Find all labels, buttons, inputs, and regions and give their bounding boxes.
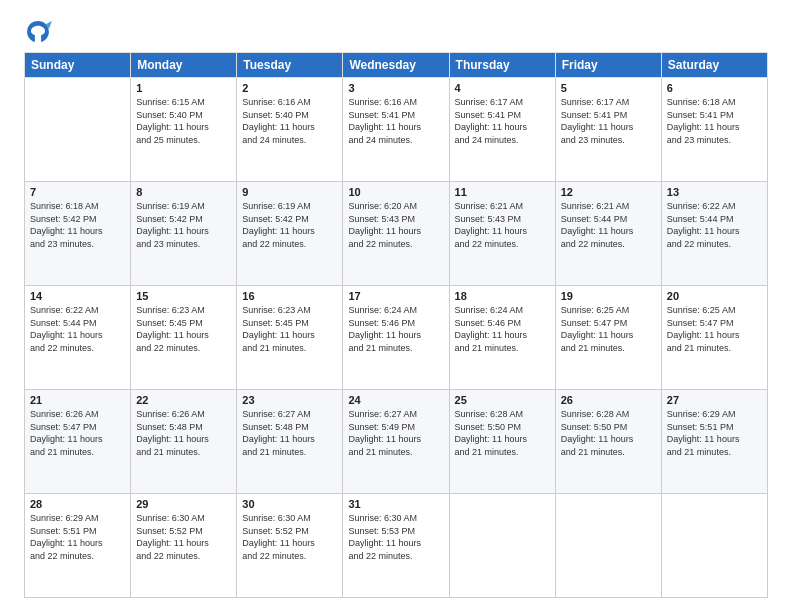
day-cell: 11Sunrise: 6:21 AM Sunset: 5:43 PM Dayli… — [449, 182, 555, 286]
day-cell: 28Sunrise: 6:29 AM Sunset: 5:51 PM Dayli… — [25, 494, 131, 598]
day-number: 6 — [667, 82, 762, 94]
day-info: Sunrise: 6:29 AM Sunset: 5:51 PM Dayligh… — [667, 408, 762, 458]
week-row-2: 7Sunrise: 6:18 AM Sunset: 5:42 PM Daylig… — [25, 182, 768, 286]
day-number: 18 — [455, 290, 550, 302]
day-info: Sunrise: 6:19 AM Sunset: 5:42 PM Dayligh… — [136, 200, 231, 250]
day-info: Sunrise: 6:24 AM Sunset: 5:46 PM Dayligh… — [348, 304, 443, 354]
day-info: Sunrise: 6:30 AM Sunset: 5:53 PM Dayligh… — [348, 512, 443, 562]
day-number: 5 — [561, 82, 656, 94]
day-info: Sunrise: 6:18 AM Sunset: 5:42 PM Dayligh… — [30, 200, 125, 250]
day-info: Sunrise: 6:28 AM Sunset: 5:50 PM Dayligh… — [561, 408, 656, 458]
day-number: 12 — [561, 186, 656, 198]
day-info: Sunrise: 6:26 AM Sunset: 5:48 PM Dayligh… — [136, 408, 231, 458]
day-info: Sunrise: 6:29 AM Sunset: 5:51 PM Dayligh… — [30, 512, 125, 562]
day-cell: 23Sunrise: 6:27 AM Sunset: 5:48 PM Dayli… — [237, 390, 343, 494]
day-number: 20 — [667, 290, 762, 302]
day-cell: 30Sunrise: 6:30 AM Sunset: 5:52 PM Dayli… — [237, 494, 343, 598]
weekday-header-thursday: Thursday — [449, 53, 555, 78]
calendar-table: SundayMondayTuesdayWednesdayThursdayFrid… — [24, 52, 768, 598]
day-cell — [555, 494, 661, 598]
day-cell: 20Sunrise: 6:25 AM Sunset: 5:47 PM Dayli… — [661, 286, 767, 390]
day-number: 1 — [136, 82, 231, 94]
day-info: Sunrise: 6:15 AM Sunset: 5:40 PM Dayligh… — [136, 96, 231, 146]
day-info: Sunrise: 6:23 AM Sunset: 5:45 PM Dayligh… — [136, 304, 231, 354]
week-row-1: 1Sunrise: 6:15 AM Sunset: 5:40 PM Daylig… — [25, 78, 768, 182]
day-number: 21 — [30, 394, 125, 406]
calendar-header: SundayMondayTuesdayWednesdayThursdayFrid… — [25, 53, 768, 78]
day-cell: 16Sunrise: 6:23 AM Sunset: 5:45 PM Dayli… — [237, 286, 343, 390]
day-info: Sunrise: 6:20 AM Sunset: 5:43 PM Dayligh… — [348, 200, 443, 250]
day-number: 25 — [455, 394, 550, 406]
weekday-header-tuesday: Tuesday — [237, 53, 343, 78]
day-info: Sunrise: 6:16 AM Sunset: 5:40 PM Dayligh… — [242, 96, 337, 146]
weekday-header-friday: Friday — [555, 53, 661, 78]
day-number: 9 — [242, 186, 337, 198]
weekday-header-saturday: Saturday — [661, 53, 767, 78]
day-cell: 10Sunrise: 6:20 AM Sunset: 5:43 PM Dayli… — [343, 182, 449, 286]
week-row-3: 14Sunrise: 6:22 AM Sunset: 5:44 PM Dayli… — [25, 286, 768, 390]
day-cell: 24Sunrise: 6:27 AM Sunset: 5:49 PM Dayli… — [343, 390, 449, 494]
logo-icon — [24, 18, 52, 46]
day-cell — [25, 78, 131, 182]
day-cell: 8Sunrise: 6:19 AM Sunset: 5:42 PM Daylig… — [131, 182, 237, 286]
day-number: 7 — [30, 186, 125, 198]
day-cell: 26Sunrise: 6:28 AM Sunset: 5:50 PM Dayli… — [555, 390, 661, 494]
header — [24, 18, 768, 46]
day-info: Sunrise: 6:24 AM Sunset: 5:46 PM Dayligh… — [455, 304, 550, 354]
day-number: 14 — [30, 290, 125, 302]
day-info: Sunrise: 6:30 AM Sunset: 5:52 PM Dayligh… — [136, 512, 231, 562]
day-number: 23 — [242, 394, 337, 406]
day-info: Sunrise: 6:21 AM Sunset: 5:43 PM Dayligh… — [455, 200, 550, 250]
day-number: 16 — [242, 290, 337, 302]
day-cell: 7Sunrise: 6:18 AM Sunset: 5:42 PM Daylig… — [25, 182, 131, 286]
day-cell: 2Sunrise: 6:16 AM Sunset: 5:40 PM Daylig… — [237, 78, 343, 182]
day-cell: 19Sunrise: 6:25 AM Sunset: 5:47 PM Dayli… — [555, 286, 661, 390]
day-info: Sunrise: 6:17 AM Sunset: 5:41 PM Dayligh… — [561, 96, 656, 146]
day-info: Sunrise: 6:22 AM Sunset: 5:44 PM Dayligh… — [30, 304, 125, 354]
day-cell: 9Sunrise: 6:19 AM Sunset: 5:42 PM Daylig… — [237, 182, 343, 286]
day-number: 28 — [30, 498, 125, 510]
day-number: 24 — [348, 394, 443, 406]
day-number: 27 — [667, 394, 762, 406]
day-number: 22 — [136, 394, 231, 406]
day-number: 15 — [136, 290, 231, 302]
day-cell: 18Sunrise: 6:24 AM Sunset: 5:46 PM Dayli… — [449, 286, 555, 390]
day-cell: 22Sunrise: 6:26 AM Sunset: 5:48 PM Dayli… — [131, 390, 237, 494]
day-info: Sunrise: 6:27 AM Sunset: 5:49 PM Dayligh… — [348, 408, 443, 458]
day-info: Sunrise: 6:30 AM Sunset: 5:52 PM Dayligh… — [242, 512, 337, 562]
day-number: 11 — [455, 186, 550, 198]
week-row-4: 21Sunrise: 6:26 AM Sunset: 5:47 PM Dayli… — [25, 390, 768, 494]
day-cell: 15Sunrise: 6:23 AM Sunset: 5:45 PM Dayli… — [131, 286, 237, 390]
day-info: Sunrise: 6:28 AM Sunset: 5:50 PM Dayligh… — [455, 408, 550, 458]
day-number: 30 — [242, 498, 337, 510]
day-info: Sunrise: 6:17 AM Sunset: 5:41 PM Dayligh… — [455, 96, 550, 146]
day-cell: 14Sunrise: 6:22 AM Sunset: 5:44 PM Dayli… — [25, 286, 131, 390]
day-number: 31 — [348, 498, 443, 510]
day-info: Sunrise: 6:18 AM Sunset: 5:41 PM Dayligh… — [667, 96, 762, 146]
day-info: Sunrise: 6:16 AM Sunset: 5:41 PM Dayligh… — [348, 96, 443, 146]
day-cell: 21Sunrise: 6:26 AM Sunset: 5:47 PM Dayli… — [25, 390, 131, 494]
day-cell: 1Sunrise: 6:15 AM Sunset: 5:40 PM Daylig… — [131, 78, 237, 182]
day-cell — [661, 494, 767, 598]
weekday-header-monday: Monday — [131, 53, 237, 78]
day-number: 13 — [667, 186, 762, 198]
weekday-header-sunday: Sunday — [25, 53, 131, 78]
day-info: Sunrise: 6:26 AM Sunset: 5:47 PM Dayligh… — [30, 408, 125, 458]
day-cell: 13Sunrise: 6:22 AM Sunset: 5:44 PM Dayli… — [661, 182, 767, 286]
day-info: Sunrise: 6:19 AM Sunset: 5:42 PM Dayligh… — [242, 200, 337, 250]
day-cell — [449, 494, 555, 598]
weekday-row: SundayMondayTuesdayWednesdayThursdayFrid… — [25, 53, 768, 78]
day-cell: 6Sunrise: 6:18 AM Sunset: 5:41 PM Daylig… — [661, 78, 767, 182]
day-number: 29 — [136, 498, 231, 510]
day-cell: 5Sunrise: 6:17 AM Sunset: 5:41 PM Daylig… — [555, 78, 661, 182]
day-number: 26 — [561, 394, 656, 406]
day-cell: 12Sunrise: 6:21 AM Sunset: 5:44 PM Dayli… — [555, 182, 661, 286]
page: SundayMondayTuesdayWednesdayThursdayFrid… — [0, 0, 792, 612]
day-number: 4 — [455, 82, 550, 94]
day-number: 10 — [348, 186, 443, 198]
day-number: 8 — [136, 186, 231, 198]
weekday-header-wednesday: Wednesday — [343, 53, 449, 78]
day-number: 3 — [348, 82, 443, 94]
day-info: Sunrise: 6:21 AM Sunset: 5:44 PM Dayligh… — [561, 200, 656, 250]
day-info: Sunrise: 6:27 AM Sunset: 5:48 PM Dayligh… — [242, 408, 337, 458]
